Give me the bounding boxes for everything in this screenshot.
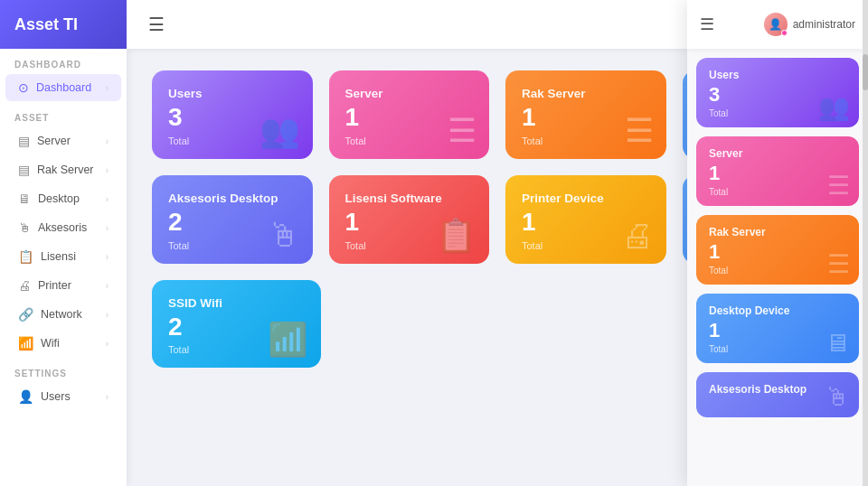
overlay-cards: Users 3 Total 👥 Server 1 Total ☰ Rak Ser… [687, 49, 868, 426]
card-title: SSID Wifi [168, 296, 305, 310]
card-title: Lisensi Software [345, 192, 474, 205]
sidebar-item-label: Wifi [41, 337, 60, 350]
card-users[interactable]: Users 3 Total 👥 [152, 70, 313, 159]
sidebar-item-desktop[interactable]: 🖥 Desktop › [5, 185, 121, 212]
sidebar-item-label: Dashboard [36, 81, 91, 94]
dashboard-icon: ⊙ [18, 80, 29, 95]
overlay-card-title: Server [709, 147, 846, 160]
sidebar-section-dashboard: DASHBOARD [0, 49, 127, 73]
sidebar-item-server[interactable]: ▤ Server › [5, 127, 121, 154]
overlay-card-count: 1 [709, 162, 846, 185]
sidebar-item-label: Rak Server [37, 164, 94, 176]
sidebar-item-label: Network [41, 308, 82, 321]
card-title: Rak Server [522, 87, 650, 100]
lisensi-icon: 📋 [18, 249, 33, 264]
overlay-desktop-icon: 🖥 [825, 328, 850, 358]
server-card-icon: ☰ [448, 112, 476, 150]
sidebar-section-asset: ASSET [0, 102, 127, 126]
main-content: ☰ 👤 administrator Users 3 Total 👥 Server… [127, 0, 868, 486]
overlay-topbar: ☰ 👤 administrator [687, 0, 868, 49]
card-rak-server[interactable]: Rak Server 1 Total ☰ [505, 70, 666, 159]
overlay-avatar-badge [781, 30, 788, 36]
wifi-icon: 📶 [18, 336, 33, 350]
sidebar-item-label: Aksesoris [38, 221, 87, 234]
card-ssid-wifi[interactable]: SSID Wifi 2 Total 📶 [152, 280, 321, 369]
chevron-icon: › [106, 392, 108, 402]
hamburger-icon[interactable]: ☰ [148, 14, 165, 35]
aksesoris-icon: 🖱 [18, 220, 31, 235]
chevron-icon: › [106, 83, 108, 93]
overlay-card-title: Rak Server [709, 226, 846, 238]
chevron-icon: › [106, 339, 108, 349]
users-card-icon: 👥 [259, 112, 300, 150]
sidebar-item-label: Lisensi [41, 250, 76, 263]
app-title: Asset TI [14, 15, 78, 34]
users-icon: 👤 [18, 389, 33, 404]
card-lisensi-software[interactable]: Lisensi Software 1 Total 📋 [329, 175, 490, 264]
card-title: Aksesoris Desktop [168, 192, 297, 205]
chevron-icon: › [106, 194, 108, 204]
sidebar-item-wifi[interactable]: 📶 Wifi › [5, 330, 121, 357]
sidebar-item-label: Desktop [38, 192, 80, 205]
sidebar-section-settings: SETTINGS [0, 358, 127, 382]
overlay-card-total: Total [709, 266, 846, 276]
overlay-aksesoris-icon: 🖱 [825, 382, 850, 412]
overlay-users-icon: 👥 [818, 92, 850, 122]
sidebar: Asset TI DASHBOARD ⊙ Dashboard › ASSET ▤… [0, 0, 127, 486]
overlay-card-title: Users [709, 69, 846, 81]
scrollbar-thumb[interactable] [863, 54, 868, 90]
printer-card-icon: 🖨 [621, 217, 654, 255]
overlay-card-title: Desktop Device [709, 304, 846, 317]
overlay-card-users[interactable]: Users 3 Total 👥 [696, 58, 859, 127]
overlay-avatar: 👤 [764, 13, 788, 36]
sidebar-item-aksesoris[interactable]: 🖱 Aksesoris › [5, 214, 121, 241]
overlay-admin-name: administrator [793, 18, 855, 31]
rak-server-icon: ▤ [18, 163, 30, 177]
chevron-icon: › [106, 310, 108, 320]
overlay-card-total: Total [709, 187, 846, 197]
sidebar-item-label: Printer [38, 279, 71, 292]
network-icon: 🔗 [18, 307, 33, 322]
sidebar-item-network[interactable]: 🔗 Network › [5, 301, 121, 328]
overlay-card-rak-server[interactable]: Rak Server 1 Total ☰ [696, 215, 859, 285]
sidebar-item-rak-server[interactable]: ▤ Rak Server › [5, 156, 121, 183]
sidebar-item-lisensi[interactable]: 📋 Lisensi › [5, 243, 121, 270]
sidebar-item-users[interactable]: 👤 Users › [5, 383, 121, 410]
chevron-icon: › [106, 136, 108, 146]
desktop-icon: 🖥 [18, 192, 31, 206]
card-printer-device[interactable]: Printer Device 1 Total 🖨 [505, 175, 666, 264]
card-aksesoris-desktop[interactable]: Aksesoris Desktop 2 Total 🖱 [152, 175, 313, 264]
rak-server-card-icon: ☰ [625, 112, 654, 150]
overlay-card-server[interactable]: Server 1 Total ☰ [696, 136, 859, 206]
chevron-icon: › [106, 252, 108, 262]
card-title: Server [345, 87, 474, 100]
overlay-card-aksesoris[interactable]: Aksesoris Desktop 🖱 [696, 372, 859, 417]
lisensi-card-icon: 📋 [436, 217, 476, 255]
sidebar-logo: Asset TI [0, 0, 127, 49]
overlay-card-count: 1 [709, 240, 846, 264]
printer-icon: 🖨 [18, 278, 31, 293]
chevron-icon: › [106, 165, 108, 175]
server-icon: ▤ [18, 134, 30, 148]
chevron-icon: › [106, 281, 108, 291]
wifi-card-icon: 📶 [268, 321, 308, 359]
sidebar-item-label: Users [41, 390, 71, 403]
sidebar-item-dashboard[interactable]: ⊙ Dashboard › [5, 74, 121, 101]
overlay-card-desktop[interactable]: Desktop Device 1 Total 🖥 [696, 294, 859, 363]
chevron-icon: › [106, 223, 108, 233]
overlay-rak-icon: ☰ [827, 249, 850, 279]
overlay-admin: 👤 administrator [764, 13, 855, 36]
sidebar-item-printer[interactable]: 🖨 Printer › [5, 272, 121, 299]
aksesoris-card-icon: 🖱 [268, 217, 300, 255]
card-title: Printer Device [522, 192, 650, 205]
scrollbar[interactable] [863, 0, 868, 486]
overlay-hamburger-icon[interactable]: ☰ [700, 14, 714, 34]
sidebar-item-label: Server [37, 135, 71, 147]
overlay-server-icon: ☰ [827, 171, 850, 201]
card-title: Users [168, 87, 297, 100]
overlay-panel: ☰ 👤 administrator Users 3 Total 👥 Server… [687, 0, 868, 486]
card-server[interactable]: Server 1 Total ☰ [329, 70, 490, 159]
